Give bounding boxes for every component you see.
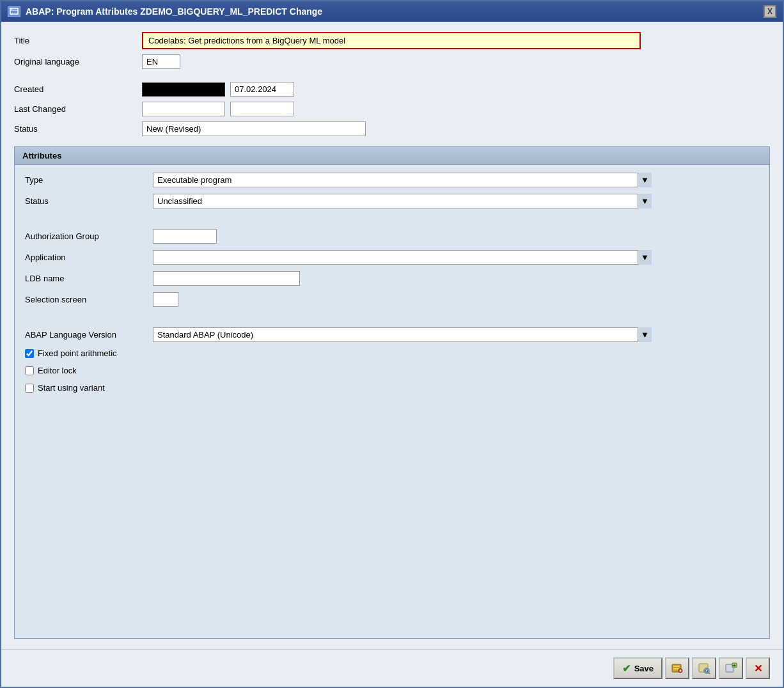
start-variant-label: Start using variant [38, 383, 105, 393]
created-user-box [142, 82, 225, 97]
last-changed-fields [142, 102, 294, 116]
editor-lock-row: Editor lock [25, 366, 759, 375]
svg-point-10 [704, 668, 709, 673]
type-row: Type Executable program ▼ [25, 173, 759, 187]
cancel-button[interactable]: ✕ [746, 657, 770, 679]
application-label: Application [25, 253, 153, 262]
application-row: Application ▼ [25, 250, 759, 265]
start-variant-checkbox[interactable] [25, 384, 34, 393]
title-row: Title [14, 32, 770, 49]
last-changed-date-input[interactable] [230, 102, 294, 116]
selection-screen-row: Selection screen [25, 292, 759, 307]
last-changed-user-input[interactable] [142, 102, 225, 116]
window-icon [8, 6, 20, 17]
attributes-section: Attributes Type Executable program ▼ Sta… [14, 146, 770, 639]
title-bar-left: ABAP: Program Attributes ZDEMO_BIGQUERY_… [8, 6, 322, 17]
attr-status-select[interactable]: Unclassified [153, 194, 652, 208]
last-changed-label: Last Changed [14, 104, 142, 114]
status-input[interactable] [142, 121, 366, 136]
application-select-wrapper: ▼ [153, 250, 652, 265]
window-title: ABAP: Program Attributes ZDEMO_BIGQUERY_… [26, 6, 322, 17]
search-icon [698, 662, 710, 674]
abap-version-select[interactable]: Standard ABAP (Unicode) [153, 327, 652, 342]
title-label: Title [14, 36, 142, 45]
auth-group-input[interactable] [153, 229, 217, 244]
application-select[interactable] [153, 250, 652, 265]
main-window: ABAP: Program Attributes ZDEMO_BIGQUERY_… [0, 0, 784, 688]
attr-status-label: Status [25, 196, 153, 206]
selection-screen-label: Selection screen [25, 295, 153, 304]
original-language-row: Original language [14, 54, 770, 69]
bottom-toolbar: ✔ Save [1, 649, 783, 687]
type-select[interactable]: Executable program [153, 173, 652, 187]
svg-rect-5 [673, 668, 678, 669]
svg-line-12 [709, 673, 710, 674]
fixed-point-label: Fixed point arithmetic [38, 348, 117, 358]
ldb-name-row: LDB name [25, 271, 759, 286]
selection-screen-input[interactable] [153, 292, 178, 307]
status-label: Status [14, 124, 142, 134]
type-select-wrapper: Executable program ▼ [153, 173, 652, 187]
save-button[interactable]: ✔ Save [613, 657, 662, 679]
abap-version-label: ABAP Language Version [25, 330, 153, 340]
ldb-name-input[interactable] [153, 271, 300, 286]
created-row: Created [14, 82, 770, 97]
save-label: Save [634, 664, 654, 673]
abap-version-row: ABAP Language Version Standard ABAP (Uni… [25, 327, 759, 342]
start-variant-row: Start using variant [25, 383, 759, 393]
toolbar-btn-1[interactable] [665, 657, 689, 679]
main-content: Title Original language Created Last Cha… [1, 22, 783, 649]
created-label: Created [14, 84, 142, 94]
fixed-point-checkbox[interactable] [25, 349, 34, 358]
save-check-icon: ✔ [622, 662, 631, 675]
title-input[interactable] [143, 33, 639, 48]
original-language-input[interactable] [142, 54, 180, 69]
wrench-icon [671, 662, 684, 674]
title-bar: ABAP: Program Attributes ZDEMO_BIGQUERY_… [1, 1, 783, 22]
editor-lock-checkbox[interactable] [25, 366, 34, 375]
attributes-header: Attributes [15, 147, 769, 165]
auth-group-label: Authorization Group [25, 231, 153, 241]
cancel-icon: ✕ [754, 662, 762, 675]
toolbar-btn-3[interactable] [719, 657, 743, 679]
created-fields [142, 82, 294, 97]
title-input-wrapper [142, 32, 641, 49]
last-changed-row: Last Changed [14, 102, 770, 116]
attr-status-row: Status Unclassified ▼ [25, 194, 759, 208]
type-label: Type [25, 175, 153, 185]
fixed-point-row: Fixed point arithmetic [25, 348, 759, 358]
toolbar-btn-2[interactable] [692, 657, 716, 679]
attributes-content: Type Executable program ▼ Status Unclass… [15, 165, 769, 404]
svg-rect-4 [673, 666, 680, 667]
created-date-input[interactable] [230, 82, 294, 97]
status-select-wrapper: Unclassified ▼ [153, 194, 652, 208]
auth-group-row: Authorization Group [25, 229, 759, 244]
status-row: Status [14, 121, 770, 136]
abap-version-select-wrapper: Standard ABAP (Unicode) ▼ [153, 327, 652, 342]
editor-lock-label: Editor lock [38, 366, 77, 375]
export-icon [725, 662, 737, 674]
ldb-name-label: LDB name [25, 274, 153, 283]
original-language-label: Original language [14, 57, 142, 66]
close-button[interactable]: X [764, 5, 776, 18]
